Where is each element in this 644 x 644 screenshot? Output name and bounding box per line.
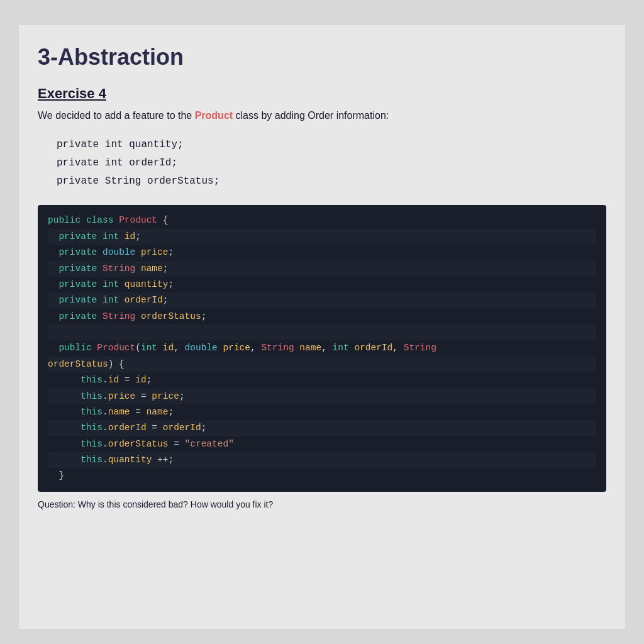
code-line-8 <box>48 325 596 340</box>
page-container: 3-Abstraction Exercise 4 We decided to a… <box>19 25 625 629</box>
plain-code-block: private int quantity; private int orderI… <box>57 136 606 190</box>
plain-code-line-3: private String orderStatus; <box>57 172 606 191</box>
code-line-17: } <box>48 468 596 484</box>
code-line-13: this.name = name; <box>48 404 596 420</box>
code-line-12: this.price = price; <box>48 389 596 404</box>
code-line-7: private String orderStatus; <box>48 309 596 325</box>
plain-code-line-2: private int orderId; <box>57 154 606 172</box>
code-editor: public class Product { private int id; p… <box>38 205 606 491</box>
description-after: class by adding Order information: <box>233 110 389 121</box>
code-line-6: private int orderId; <box>48 292 596 308</box>
exercise-title: Exercise 4 <box>38 86 606 102</box>
page-title: 3-Abstraction <box>38 44 606 70</box>
code-line-15: this.orderStatus = "created" <box>48 436 596 452</box>
code-line-14: this.orderId = orderId; <box>48 420 596 436</box>
product-highlight: Product <box>195 110 233 121</box>
code-line-3: private double price; <box>48 245 596 260</box>
plain-code-line-1: private int quantity; <box>57 136 606 154</box>
code-line-10: orderStatus) { <box>48 357 596 372</box>
code-line-4: private String name; <box>48 261 596 277</box>
question-text: Question: Why is this considered bad? Ho… <box>38 499 606 509</box>
exercise-description: We decided to add a feature to the Produ… <box>38 108 606 123</box>
code-line-11: this.id = id; <box>48 372 596 388</box>
code-line-9: public Product(int id, double price, Str… <box>48 340 596 356</box>
code-line-16: this.quantity ++; <box>48 452 596 468</box>
description-before: We decided to add a feature to the <box>38 110 195 121</box>
code-line-2: private int id; <box>48 229 596 245</box>
code-line-1: public class Product { <box>48 213 596 228</box>
code-line-5: private int quantity; <box>48 277 596 292</box>
